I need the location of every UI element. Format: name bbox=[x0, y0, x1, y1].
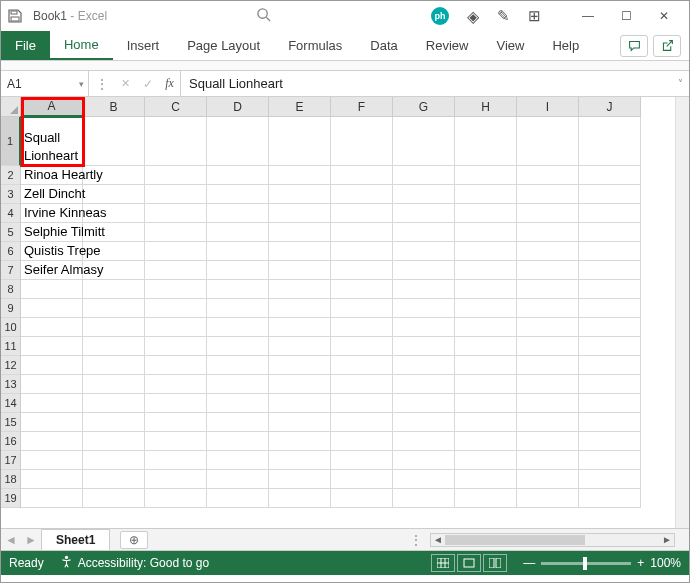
row-header-5[interactable]: 5 bbox=[1, 223, 21, 242]
cell-C13[interactable] bbox=[145, 375, 207, 394]
row-header-12[interactable]: 12 bbox=[1, 356, 21, 375]
cell-C3[interactable] bbox=[145, 185, 207, 204]
cell-G6[interactable] bbox=[393, 242, 455, 261]
row-header-13[interactable]: 13 bbox=[1, 375, 21, 394]
cell-I8[interactable] bbox=[517, 280, 579, 299]
select-all-corner[interactable] bbox=[1, 97, 21, 117]
cell-C4[interactable] bbox=[145, 204, 207, 223]
cell-J2[interactable] bbox=[579, 166, 641, 185]
cell-J13[interactable] bbox=[579, 375, 641, 394]
cell-J8[interactable] bbox=[579, 280, 641, 299]
cell-D4[interactable] bbox=[207, 204, 269, 223]
cell-H6[interactable] bbox=[455, 242, 517, 261]
window-layout-icon[interactable]: ⊞ bbox=[528, 7, 541, 25]
accessibility-status[interactable]: Accessibility: Good to go bbox=[60, 555, 209, 571]
cell-J16[interactable] bbox=[579, 432, 641, 451]
cell-D10[interactable] bbox=[207, 318, 269, 337]
vertical-scrollbar[interactable] bbox=[675, 97, 689, 528]
cell-C11[interactable] bbox=[145, 337, 207, 356]
cell-G1[interactable] bbox=[393, 117, 455, 166]
cell-I2[interactable] bbox=[517, 166, 579, 185]
zoom-slider[interactable] bbox=[541, 562, 631, 565]
fx-icon[interactable]: fx bbox=[165, 76, 174, 91]
maximize-button[interactable]: ☐ bbox=[607, 1, 645, 31]
cell-E4[interactable] bbox=[269, 204, 331, 223]
cell-I17[interactable] bbox=[517, 451, 579, 470]
hscroll-right-icon[interactable]: ► bbox=[660, 534, 674, 545]
cell-J10[interactable] bbox=[579, 318, 641, 337]
hscroll-left-icon[interactable]: ◄ bbox=[431, 534, 445, 545]
add-sheet-button[interactable]: ⊕ bbox=[120, 531, 148, 549]
cell-C18[interactable] bbox=[145, 470, 207, 489]
cell-H13[interactable] bbox=[455, 375, 517, 394]
col-header-A[interactable]: A bbox=[21, 97, 83, 117]
row-header-7[interactable]: 7 bbox=[1, 261, 21, 280]
cell-J15[interactable] bbox=[579, 413, 641, 432]
cell-C12[interactable] bbox=[145, 356, 207, 375]
cell-H7[interactable] bbox=[455, 261, 517, 280]
cell-F16[interactable] bbox=[331, 432, 393, 451]
view-page-break-button[interactable] bbox=[483, 554, 507, 572]
view-normal-button[interactable] bbox=[431, 554, 455, 572]
row-header-9[interactable]: 9 bbox=[1, 299, 21, 318]
row-header-1[interactable]: 1 bbox=[1, 117, 21, 166]
cell-A3[interactable]: Zell Dincht bbox=[21, 185, 83, 204]
row-header-8[interactable]: 8 bbox=[1, 280, 21, 299]
cell-D15[interactable] bbox=[207, 413, 269, 432]
cell-H8[interactable] bbox=[455, 280, 517, 299]
cell-G2[interactable] bbox=[393, 166, 455, 185]
cell-C16[interactable] bbox=[145, 432, 207, 451]
cell-D18[interactable] bbox=[207, 470, 269, 489]
enter-icon[interactable]: ✓ bbox=[143, 77, 153, 91]
cell-G19[interactable] bbox=[393, 489, 455, 508]
cell-B5[interactable] bbox=[83, 223, 145, 242]
cell-E11[interactable] bbox=[269, 337, 331, 356]
cell-H2[interactable] bbox=[455, 166, 517, 185]
col-header-I[interactable]: I bbox=[517, 97, 579, 117]
cell-J17[interactable] bbox=[579, 451, 641, 470]
cell-J4[interactable] bbox=[579, 204, 641, 223]
cell-J12[interactable] bbox=[579, 356, 641, 375]
cell-E17[interactable] bbox=[269, 451, 331, 470]
cell-C14[interactable] bbox=[145, 394, 207, 413]
cell-I3[interactable] bbox=[517, 185, 579, 204]
cell-J5[interactable] bbox=[579, 223, 641, 242]
col-header-H[interactable]: H bbox=[455, 97, 517, 117]
tab-help[interactable]: Help bbox=[538, 31, 593, 60]
cell-F2[interactable] bbox=[331, 166, 393, 185]
cell-I7[interactable] bbox=[517, 261, 579, 280]
cell-F7[interactable] bbox=[331, 261, 393, 280]
cell-C9[interactable] bbox=[145, 299, 207, 318]
cell-F1[interactable] bbox=[331, 117, 393, 166]
cell-D11[interactable] bbox=[207, 337, 269, 356]
cell-F13[interactable] bbox=[331, 375, 393, 394]
col-header-E[interactable]: E bbox=[269, 97, 331, 117]
cell-D12[interactable] bbox=[207, 356, 269, 375]
cell-G10[interactable] bbox=[393, 318, 455, 337]
cell-F3[interactable] bbox=[331, 185, 393, 204]
cell-H16[interactable] bbox=[455, 432, 517, 451]
cell-C7[interactable] bbox=[145, 261, 207, 280]
formula-expand-icon[interactable]: ˅ bbox=[671, 71, 689, 96]
sheet-nav-prev[interactable]: ◄ bbox=[1, 533, 21, 547]
cell-D13[interactable] bbox=[207, 375, 269, 394]
cell-C8[interactable] bbox=[145, 280, 207, 299]
cell-B15[interactable] bbox=[83, 413, 145, 432]
tab-split-handle[interactable]: ⋮ bbox=[410, 533, 422, 547]
comments-button[interactable] bbox=[620, 35, 648, 57]
row-header-3[interactable]: 3 bbox=[1, 185, 21, 204]
row-header-16[interactable]: 16 bbox=[1, 432, 21, 451]
cell-J9[interactable] bbox=[579, 299, 641, 318]
col-header-D[interactable]: D bbox=[207, 97, 269, 117]
col-header-G[interactable]: G bbox=[393, 97, 455, 117]
cell-I19[interactable] bbox=[517, 489, 579, 508]
cell-G9[interactable] bbox=[393, 299, 455, 318]
cell-D8[interactable] bbox=[207, 280, 269, 299]
tab-data[interactable]: Data bbox=[356, 31, 411, 60]
pencil-icon[interactable]: ✎ bbox=[497, 7, 510, 25]
cell-I9[interactable] bbox=[517, 299, 579, 318]
row-header-15[interactable]: 15 bbox=[1, 413, 21, 432]
cell-H18[interactable] bbox=[455, 470, 517, 489]
cancel-icon[interactable]: ✕ bbox=[121, 77, 130, 90]
cell-A14[interactable] bbox=[21, 394, 83, 413]
